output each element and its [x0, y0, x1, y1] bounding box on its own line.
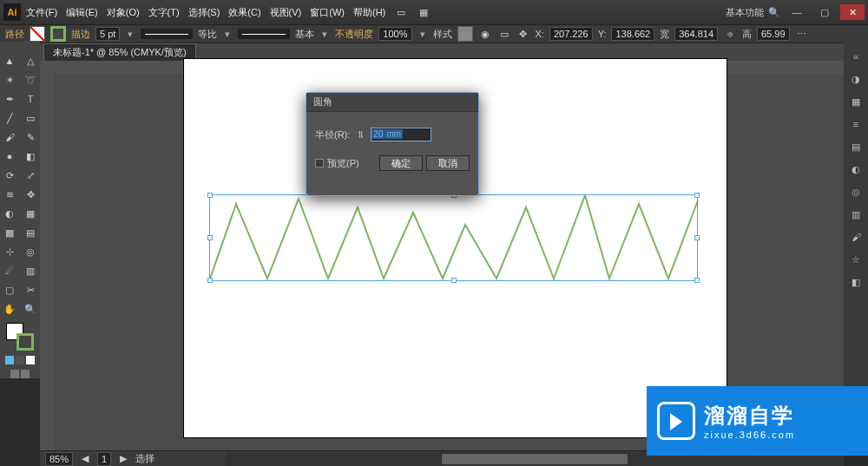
cancel-button[interactable]: 取消 — [426, 155, 470, 171]
handle-br[interactable] — [694, 278, 700, 283]
style-label[interactable]: 样式 — [433, 28, 452, 41]
handle-bl[interactable] — [207, 278, 213, 283]
align-icon[interactable]: ▭ — [497, 27, 511, 41]
selection-bounding-box[interactable] — [209, 194, 698, 281]
pen-tool-icon[interactable]: ✒ — [1, 90, 18, 108]
rect-tool-icon[interactable]: ▭ — [22, 109, 39, 127]
stroke-swatch[interactable] — [50, 26, 66, 42]
scale-tool-icon[interactable]: ⤢ — [22, 167, 39, 184]
graph-tool-icon[interactable]: ▥ — [22, 262, 39, 279]
scrollbar-thumb[interactable] — [442, 454, 628, 464]
stroke-weight-field[interactable]: 5 pt — [95, 27, 120, 41]
stepper-icon[interactable]: ⥮ — [353, 128, 367, 141]
fill-stroke-control[interactable] — [6, 323, 34, 351]
h-field[interactable]: 65.99 — [757, 27, 790, 41]
menu-object[interactable]: 对象(O) — [107, 6, 140, 19]
layout-icon[interactable]: ▭ — [394, 5, 408, 19]
brush-preview[interactable] — [238, 29, 290, 39]
magic-wand-tool-icon[interactable]: ✴ — [1, 71, 18, 89]
artboard-nav-next-icon[interactable]: ▶ — [120, 453, 127, 464]
symbols-panel-icon[interactable]: ☆ — [848, 252, 864, 267]
handle-mr[interactable] — [694, 235, 700, 240]
swatches-panel-icon[interactable]: ▦ — [848, 94, 864, 109]
recolor-icon[interactable]: ◉ — [478, 27, 492, 41]
handle-bc[interactable] — [451, 278, 457, 283]
shape-builder-tool-icon[interactable]: ◐ — [1, 205, 18, 222]
profile-preview[interactable] — [141, 29, 193, 39]
handle-tl[interactable] — [207, 193, 213, 198]
layers-panel-icon[interactable]: ▥ — [848, 207, 864, 222]
blend-tool-icon[interactable]: ◎ — [22, 243, 39, 260]
x-field[interactable]: 207.226 — [549, 27, 593, 41]
artboard-nav-prev-icon[interactable]: ◀ — [82, 453, 89, 464]
menu-select[interactable]: 选择(S) — [188, 6, 220, 19]
opacity-field[interactable]: 100% — [378, 27, 411, 41]
transparency-panel-icon[interactable]: ◐ — [848, 161, 864, 177]
expand-dock-icon[interactable]: « — [848, 49, 864, 64]
gradient-panel-icon[interactable]: ▤ — [848, 139, 864, 154]
stroke-chip[interactable] — [16, 333, 34, 351]
style-swatch[interactable] — [457, 26, 473, 42]
brushes-panel-icon[interactable]: 🖌 — [848, 229, 864, 245]
chevron-down-icon[interactable]: ▾ — [222, 29, 233, 40]
ok-button[interactable]: 确定 — [379, 155, 423, 171]
rotate-tool-icon[interactable]: ⟳ — [1, 167, 18, 184]
free-transform-tool-icon[interactable]: ✥ — [22, 186, 39, 203]
menu-window[interactable]: 窗口(W) — [310, 6, 345, 19]
gradient-mode-icon[interactable] — [16, 356, 24, 364]
preview-checkbox[interactable] — [315, 159, 324, 167]
opacity-label[interactable]: 不透明度 — [335, 28, 373, 41]
y-field[interactable]: 138.662 — [611, 27, 654, 41]
menu-file[interactable]: 文件(F) — [26, 6, 57, 19]
draw-mode-icon[interactable] — [10, 370, 19, 378]
radius-input[interactable]: 20mm — [371, 128, 431, 141]
type-tool-icon[interactable]: T — [22, 90, 39, 108]
hand-tool-icon[interactable]: ✋ — [1, 300, 18, 318]
color-mode-icon[interactable] — [5, 356, 14, 364]
arrange-icon[interactable]: ▦ — [417, 5, 431, 19]
selection-tool-icon[interactable]: ▲ — [1, 52, 18, 69]
menu-effect[interactable]: 效果(C) — [228, 6, 260, 19]
lasso-tool-icon[interactable]: ➰ — [22, 71, 39, 89]
stroke-link[interactable]: 描边 — [71, 28, 90, 41]
maximize-button[interactable]: ▢ — [812, 4, 837, 20]
direct-select-tool-icon[interactable]: △ — [22, 52, 39, 69]
stroke-panel-icon[interactable]: ≡ — [848, 116, 864, 132]
chevron-down-icon[interactable]: ▾ — [418, 29, 428, 40]
zoom-tool-icon[interactable]: 🔍 — [22, 300, 39, 318]
none-mode-icon[interactable] — [26, 356, 35, 364]
search-icon[interactable]: 🔍 — [767, 5, 781, 19]
pencil-tool-icon[interactable]: ✎ — [22, 128, 39, 146]
w-field[interactable]: 364.814 — [674, 27, 718, 41]
slice-tool-icon[interactable]: ✂ — [22, 281, 39, 299]
chevron-down-icon[interactable]: ▾ — [125, 29, 135, 40]
more-icon[interactable]: ⋯ — [795, 27, 809, 41]
zoom-field[interactable]: 85% — [45, 452, 73, 466]
doc-tab[interactable]: 未标题-1* @ 85% (CMYK/预览) — [43, 43, 196, 61]
brush-tool-icon[interactable]: 🖌 — [1, 128, 18, 146]
appearance-panel-icon[interactable]: ◎ — [848, 184, 864, 200]
blob-tool-icon[interactable]: ● — [1, 148, 18, 165]
gradient-tool-icon[interactable]: ▤ — [22, 224, 39, 241]
color-panel-icon[interactable]: ◑ — [848, 71, 864, 87]
workspace-switcher[interactable]: 基本功能 — [726, 6, 764, 19]
perspective-tool-icon[interactable]: ▦ — [22, 205, 39, 222]
symbol-tool-icon[interactable]: ☄ — [1, 262, 18, 279]
ruler-vertical[interactable] — [40, 75, 54, 450]
menu-help[interactable]: 帮助(H) — [353, 6, 385, 19]
handle-tr[interactable] — [694, 193, 700, 198]
eyedropper-tool-icon[interactable]: ⊹ — [1, 243, 18, 260]
menu-type[interactable]: 文字(T) — [148, 6, 180, 19]
minimize-button[interactable]: — — [785, 4, 809, 20]
menu-edit[interactable]: 编辑(E) — [66, 6, 98, 19]
screen-mode-icon[interactable] — [21, 370, 30, 378]
mesh-tool-icon[interactable]: ▩ — [1, 224, 18, 241]
chevron-down-icon[interactable]: ▾ — [319, 29, 330, 40]
artboard-index-field[interactable]: 1 — [97, 452, 111, 466]
menu-view[interactable]: 视图(V) — [270, 6, 302, 19]
width-tool-icon[interactable]: ≋ — [1, 186, 18, 203]
line-tool-icon[interactable]: ╱ — [1, 109, 18, 127]
artboard-tool-icon[interactable]: ▢ — [1, 281, 18, 299]
graphic-styles-panel-icon[interactable]: ◧ — [848, 274, 864, 290]
close-button[interactable]: ✕ — [840, 4, 865, 20]
